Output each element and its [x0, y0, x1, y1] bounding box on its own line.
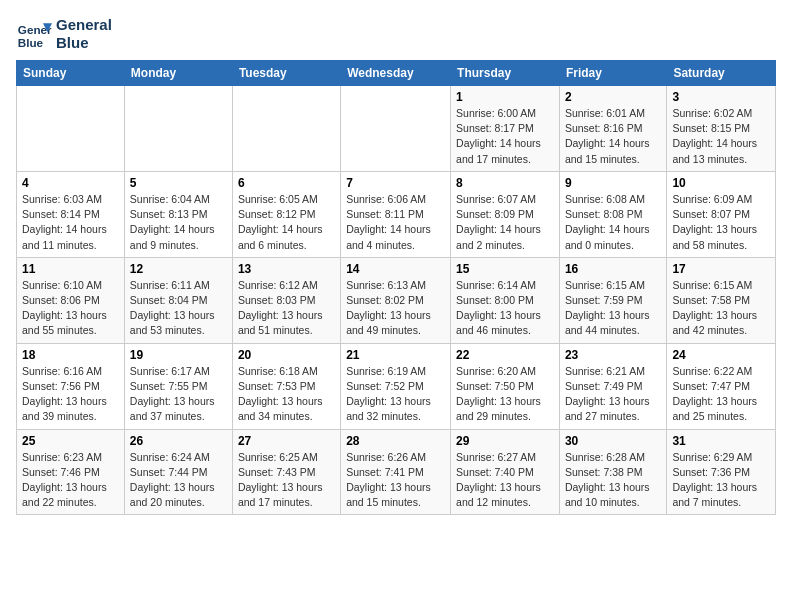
day-info: Sunrise: 6:22 AM Sunset: 7:47 PM Dayligh… [672, 364, 770, 425]
day-number: 9 [565, 176, 661, 190]
calendar-cell: 3Sunrise: 6:02 AM Sunset: 8:15 PM Daylig… [667, 86, 776, 172]
calendar-cell [17, 86, 125, 172]
day-info: Sunrise: 6:14 AM Sunset: 8:00 PM Dayligh… [456, 278, 554, 339]
day-info: Sunrise: 6:05 AM Sunset: 8:12 PM Dayligh… [238, 192, 335, 253]
day-number: 27 [238, 434, 335, 448]
day-info: Sunrise: 6:29 AM Sunset: 7:36 PM Dayligh… [672, 450, 770, 511]
day-number: 17 [672, 262, 770, 276]
day-number: 10 [672, 176, 770, 190]
calendar-cell: 16Sunrise: 6:15 AM Sunset: 7:59 PM Dayli… [559, 257, 666, 343]
day-info: Sunrise: 6:11 AM Sunset: 8:04 PM Dayligh… [130, 278, 227, 339]
calendar-cell: 13Sunrise: 6:12 AM Sunset: 8:03 PM Dayli… [232, 257, 340, 343]
day-info: Sunrise: 6:15 AM Sunset: 7:58 PM Dayligh… [672, 278, 770, 339]
weekday-header-friday: Friday [559, 61, 666, 86]
day-info: Sunrise: 6:20 AM Sunset: 7:50 PM Dayligh… [456, 364, 554, 425]
day-info: Sunrise: 6:10 AM Sunset: 8:06 PM Dayligh… [22, 278, 119, 339]
day-info: Sunrise: 6:00 AM Sunset: 8:17 PM Dayligh… [456, 106, 554, 167]
day-info: Sunrise: 6:19 AM Sunset: 7:52 PM Dayligh… [346, 364, 445, 425]
day-info: Sunrise: 6:17 AM Sunset: 7:55 PM Dayligh… [130, 364, 227, 425]
calendar-cell [124, 86, 232, 172]
day-number: 11 [22, 262, 119, 276]
day-number: 21 [346, 348, 445, 362]
calendar-cell: 7Sunrise: 6:06 AM Sunset: 8:11 PM Daylig… [341, 171, 451, 257]
logo-general: General [56, 16, 112, 34]
calendar-week-row: 11Sunrise: 6:10 AM Sunset: 8:06 PM Dayli… [17, 257, 776, 343]
calendar-cell: 27Sunrise: 6:25 AM Sunset: 7:43 PM Dayli… [232, 429, 340, 515]
weekday-header-monday: Monday [124, 61, 232, 86]
day-number: 7 [346, 176, 445, 190]
calendar-cell: 28Sunrise: 6:26 AM Sunset: 7:41 PM Dayli… [341, 429, 451, 515]
calendar-cell: 12Sunrise: 6:11 AM Sunset: 8:04 PM Dayli… [124, 257, 232, 343]
calendar-cell: 8Sunrise: 6:07 AM Sunset: 8:09 PM Daylig… [451, 171, 560, 257]
calendar-cell: 21Sunrise: 6:19 AM Sunset: 7:52 PM Dayli… [341, 343, 451, 429]
day-info: Sunrise: 6:23 AM Sunset: 7:46 PM Dayligh… [22, 450, 119, 511]
weekday-header-saturday: Saturday [667, 61, 776, 86]
day-number: 6 [238, 176, 335, 190]
calendar-cell: 24Sunrise: 6:22 AM Sunset: 7:47 PM Dayli… [667, 343, 776, 429]
page-header: General Blue General Blue [16, 16, 776, 52]
calendar-cell: 30Sunrise: 6:28 AM Sunset: 7:38 PM Dayli… [559, 429, 666, 515]
day-info: Sunrise: 6:06 AM Sunset: 8:11 PM Dayligh… [346, 192, 445, 253]
day-number: 28 [346, 434, 445, 448]
svg-text:Blue: Blue [18, 36, 44, 49]
day-number: 3 [672, 90, 770, 104]
day-info: Sunrise: 6:09 AM Sunset: 8:07 PM Dayligh… [672, 192, 770, 253]
day-number: 31 [672, 434, 770, 448]
day-info: Sunrise: 6:02 AM Sunset: 8:15 PM Dayligh… [672, 106, 770, 167]
day-info: Sunrise: 6:28 AM Sunset: 7:38 PM Dayligh… [565, 450, 661, 511]
calendar-cell: 25Sunrise: 6:23 AM Sunset: 7:46 PM Dayli… [17, 429, 125, 515]
calendar-cell: 1Sunrise: 6:00 AM Sunset: 8:17 PM Daylig… [451, 86, 560, 172]
day-number: 12 [130, 262, 227, 276]
day-number: 29 [456, 434, 554, 448]
day-number: 1 [456, 90, 554, 104]
calendar-cell: 9Sunrise: 6:08 AM Sunset: 8:08 PM Daylig… [559, 171, 666, 257]
day-info: Sunrise: 6:25 AM Sunset: 7:43 PM Dayligh… [238, 450, 335, 511]
day-number: 14 [346, 262, 445, 276]
day-number: 20 [238, 348, 335, 362]
day-info: Sunrise: 6:15 AM Sunset: 7:59 PM Dayligh… [565, 278, 661, 339]
logo-blue: Blue [56, 34, 112, 52]
logo: General Blue General Blue [16, 16, 112, 52]
calendar-cell: 14Sunrise: 6:13 AM Sunset: 8:02 PM Dayli… [341, 257, 451, 343]
calendar-cell: 26Sunrise: 6:24 AM Sunset: 7:44 PM Dayli… [124, 429, 232, 515]
calendar-week-row: 25Sunrise: 6:23 AM Sunset: 7:46 PM Dayli… [17, 429, 776, 515]
calendar-cell: 18Sunrise: 6:16 AM Sunset: 7:56 PM Dayli… [17, 343, 125, 429]
calendar-cell: 15Sunrise: 6:14 AM Sunset: 8:00 PM Dayli… [451, 257, 560, 343]
day-info: Sunrise: 6:27 AM Sunset: 7:40 PM Dayligh… [456, 450, 554, 511]
day-number: 18 [22, 348, 119, 362]
weekday-header-tuesday: Tuesday [232, 61, 340, 86]
day-number: 4 [22, 176, 119, 190]
weekday-header-wednesday: Wednesday [341, 61, 451, 86]
day-info: Sunrise: 6:01 AM Sunset: 8:16 PM Dayligh… [565, 106, 661, 167]
calendar-cell: 10Sunrise: 6:09 AM Sunset: 8:07 PM Dayli… [667, 171, 776, 257]
day-number: 25 [22, 434, 119, 448]
calendar-cell [341, 86, 451, 172]
calendar-cell: 2Sunrise: 6:01 AM Sunset: 8:16 PM Daylig… [559, 86, 666, 172]
day-number: 15 [456, 262, 554, 276]
weekday-header-sunday: Sunday [17, 61, 125, 86]
calendar-cell [232, 86, 340, 172]
day-info: Sunrise: 6:07 AM Sunset: 8:09 PM Dayligh… [456, 192, 554, 253]
day-number: 19 [130, 348, 227, 362]
day-info: Sunrise: 6:03 AM Sunset: 8:14 PM Dayligh… [22, 192, 119, 253]
calendar-cell: 20Sunrise: 6:18 AM Sunset: 7:53 PM Dayli… [232, 343, 340, 429]
day-number: 30 [565, 434, 661, 448]
calendar-week-row: 4Sunrise: 6:03 AM Sunset: 8:14 PM Daylig… [17, 171, 776, 257]
day-number: 8 [456, 176, 554, 190]
calendar-cell: 22Sunrise: 6:20 AM Sunset: 7:50 PM Dayli… [451, 343, 560, 429]
day-info: Sunrise: 6:08 AM Sunset: 8:08 PM Dayligh… [565, 192, 661, 253]
calendar-cell: 31Sunrise: 6:29 AM Sunset: 7:36 PM Dayli… [667, 429, 776, 515]
day-number: 5 [130, 176, 227, 190]
calendar-week-row: 18Sunrise: 6:16 AM Sunset: 7:56 PM Dayli… [17, 343, 776, 429]
weekday-header-thursday: Thursday [451, 61, 560, 86]
day-info: Sunrise: 6:26 AM Sunset: 7:41 PM Dayligh… [346, 450, 445, 511]
day-number: 26 [130, 434, 227, 448]
calendar-cell: 29Sunrise: 6:27 AM Sunset: 7:40 PM Dayli… [451, 429, 560, 515]
day-info: Sunrise: 6:16 AM Sunset: 7:56 PM Dayligh… [22, 364, 119, 425]
day-number: 13 [238, 262, 335, 276]
day-info: Sunrise: 6:18 AM Sunset: 7:53 PM Dayligh… [238, 364, 335, 425]
calendar-cell: 6Sunrise: 6:05 AM Sunset: 8:12 PM Daylig… [232, 171, 340, 257]
day-number: 24 [672, 348, 770, 362]
calendar-cell: 4Sunrise: 6:03 AM Sunset: 8:14 PM Daylig… [17, 171, 125, 257]
day-number: 16 [565, 262, 661, 276]
